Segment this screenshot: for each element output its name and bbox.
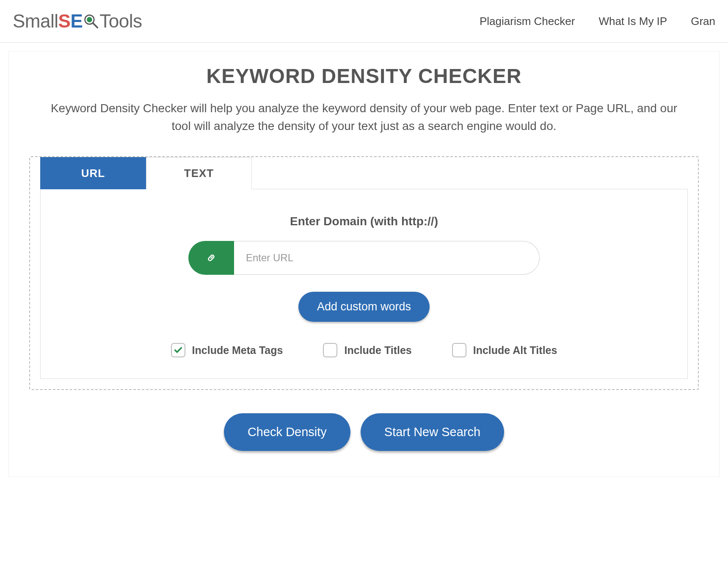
nav-grammar[interactable]: Gran bbox=[691, 15, 715, 28]
nav-plagiarism-checker[interactable]: Plagiarism Checker bbox=[480, 15, 575, 28]
logo[interactable]: Small S E Tools bbox=[13, 11, 142, 32]
checkbox-alt-label: Include Alt Titles bbox=[473, 344, 557, 357]
url-panel: Enter Domain (with http://) Add custom w… bbox=[40, 189, 688, 379]
logo-text-s: S bbox=[58, 11, 71, 32]
options-row: Include Meta Tags Include Titles Include… bbox=[58, 343, 670, 357]
nav-what-is-my-ip[interactable]: What Is My IP bbox=[598, 15, 667, 28]
svg-point-1 bbox=[87, 17, 92, 22]
svg-line-2 bbox=[93, 23, 98, 28]
url-input-group bbox=[188, 241, 540, 275]
domain-label: Enter Domain (with http://) bbox=[58, 215, 670, 228]
magnifier-icon bbox=[83, 14, 99, 29]
main-container: KEYWORD DENSITY CHECKER Keyword Density … bbox=[8, 51, 720, 477]
tool-box: URL TEXT Enter Domain (with http://) Add… bbox=[29, 156, 699, 390]
page-subtitle: Keyword Density Checker will help you an… bbox=[30, 100, 698, 135]
page-title: KEYWORD DENSITY CHECKER bbox=[9, 64, 719, 88]
action-row: Check Density Start New Search bbox=[9, 413, 719, 451]
add-custom-row: Add custom words bbox=[58, 292, 670, 322]
checkbox-titles[interactable] bbox=[323, 343, 337, 357]
link-icon bbox=[188, 241, 234, 275]
tabs: URL TEXT bbox=[40, 157, 688, 189]
top-nav: Plagiarism Checker What Is My IP Gran bbox=[480, 15, 715, 28]
checkbox-meta-label: Include Meta Tags bbox=[192, 344, 283, 357]
logo-text-small: Small bbox=[13, 11, 58, 32]
add-custom-words-button[interactable]: Add custom words bbox=[298, 292, 430, 322]
logo-text-e: E bbox=[70, 11, 83, 32]
option-alt: Include Alt Titles bbox=[452, 343, 557, 357]
url-input[interactable] bbox=[234, 241, 540, 275]
option-meta: Include Meta Tags bbox=[171, 343, 283, 357]
input-row bbox=[58, 241, 670, 275]
checkbox-meta[interactable] bbox=[171, 343, 185, 357]
checkbox-alt[interactable] bbox=[452, 343, 466, 357]
check-density-button[interactable]: Check Density bbox=[224, 413, 350, 451]
checkbox-titles-label: Include Titles bbox=[344, 344, 411, 357]
header: Small S E Tools Plagiarism Checker What … bbox=[0, 0, 728, 43]
tab-text[interactable]: TEXT bbox=[146, 157, 252, 189]
option-titles: Include Titles bbox=[323, 343, 411, 357]
logo-text-tools: Tools bbox=[99, 11, 142, 32]
start-new-search-button[interactable]: Start New Search bbox=[361, 413, 504, 451]
tab-url[interactable]: URL bbox=[40, 157, 146, 189]
